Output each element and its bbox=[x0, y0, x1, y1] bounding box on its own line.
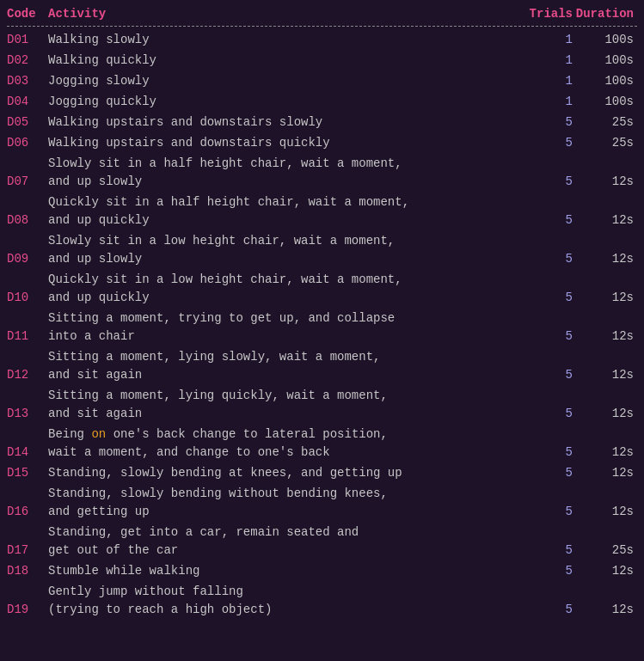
row-code: D18 bbox=[7, 562, 48, 580]
table-row: D02Walking quickly1100s bbox=[7, 51, 637, 70]
activity-line: and up slowly bbox=[48, 173, 521, 191]
table-row: D08Quickly sit in a half height chair, w… bbox=[7, 193, 637, 230]
row-code: D15 bbox=[7, 464, 48, 482]
table-row: D13Sitting a moment, lying quickly, wait… bbox=[7, 386, 637, 424]
activity-line: Walking upstairs and downstairs slowly bbox=[48, 113, 521, 132]
row-activity: Quickly sit in a low height chair, wait … bbox=[48, 271, 521, 307]
activity-line: Quickly sit in a low height chair, wait … bbox=[48, 271, 521, 289]
row-code: D08 bbox=[7, 211, 48, 230]
row-activity: Quickly sit in a half height chair, wait… bbox=[48, 193, 521, 230]
row-trials: 5 bbox=[521, 503, 573, 521]
row-code: D04 bbox=[7, 93, 48, 111]
row-trials: 5 bbox=[521, 542, 573, 560]
row-code: D12 bbox=[7, 366, 48, 384]
row-code: D10 bbox=[7, 289, 48, 307]
row-activity: Walking quickly bbox=[48, 52, 521, 70]
table-row: D03Jogging slowly1100s bbox=[7, 71, 637, 91]
row-duration: 12s bbox=[573, 327, 637, 346]
table-row: D17Standing, get into a car, remain seat… bbox=[7, 523, 637, 560]
activity-line: Gently jump without falling bbox=[48, 583, 521, 601]
row-activity: Sitting a moment, lying slowly, wait a m… bbox=[48, 348, 521, 384]
row-trials: 5 bbox=[521, 601, 573, 619]
row-code: D14 bbox=[7, 444, 48, 462]
row-activity: Being on one's back change to lateral po… bbox=[48, 425, 521, 462]
activity-line: Slowly sit in a half height chair, wait … bbox=[48, 155, 521, 173]
activity-line: Jogging slowly bbox=[48, 72, 521, 90]
row-trials: 5 bbox=[521, 366, 573, 384]
table-row: D18Stumble while walking512s bbox=[7, 561, 637, 581]
row-activity: Walking upstairs and downstairs quickly bbox=[48, 134, 521, 152]
header-code: Code bbox=[7, 7, 48, 21]
row-activity: Sitting a moment, trying to get up, and … bbox=[48, 309, 521, 346]
row-activity: Stumble while walking bbox=[48, 562, 521, 580]
row-activity: Standing, slowly bending at knees, and g… bbox=[48, 464, 521, 482]
table-row: D09Slowly sit in a low height chair, wai… bbox=[7, 231, 637, 269]
row-trials: 5 bbox=[521, 250, 573, 268]
row-duration: 12s bbox=[573, 173, 637, 191]
table-row: D01Walking slowly1100s bbox=[7, 30, 637, 50]
table-row: D07Slowly sit in a half height chair, wa… bbox=[7, 154, 637, 192]
row-code: D06 bbox=[7, 134, 48, 152]
activity-line: Standing, slowly bending at knees, and g… bbox=[48, 464, 521, 482]
table-row: D06Walking upstairs and downstairs quick… bbox=[7, 133, 637, 153]
activity-line: get out of the car bbox=[48, 542, 521, 560]
activity-line: and getting up bbox=[48, 503, 521, 521]
activity-line: Walking quickly bbox=[48, 52, 521, 70]
header-divider bbox=[7, 26, 637, 27]
row-duration: 12s bbox=[573, 289, 637, 307]
row-trials: 5 bbox=[521, 444, 573, 462]
activity-line: and sit again bbox=[48, 405, 521, 423]
table-row: D12Sitting a moment, lying slowly, wait … bbox=[7, 347, 637, 385]
row-activity: Gently jump without falling(trying to re… bbox=[48, 583, 521, 619]
header-activity: Activity bbox=[48, 7, 521, 21]
row-duration: 12s bbox=[573, 250, 637, 268]
row-trials: 1 bbox=[521, 31, 573, 49]
activity-line: Sitting a moment, lying quickly, wait a … bbox=[48, 387, 521, 405]
row-code: D02 bbox=[7, 52, 48, 70]
row-duration: 25s bbox=[573, 134, 637, 152]
table-row: D04Jogging quickly1100s bbox=[7, 92, 637, 112]
table-body: D01Walking slowly1100sD02Walking quickly… bbox=[7, 30, 637, 620]
activity-line: and up quickly bbox=[48, 289, 521, 307]
activity-line: Sitting a moment, lying slowly, wait a m… bbox=[48, 348, 521, 366]
row-code: D16 bbox=[7, 503, 48, 521]
row-activity: Jogging quickly bbox=[48, 93, 521, 111]
row-duration: 100s bbox=[573, 93, 637, 111]
row-code: D13 bbox=[7, 405, 48, 423]
activity-line: Jogging quickly bbox=[48, 93, 521, 111]
row-trials: 5 bbox=[521, 173, 573, 191]
activity-line: Stumble while walking bbox=[48, 562, 521, 580]
row-code: D11 bbox=[7, 327, 48, 346]
table-row: D10Quickly sit in a low height chair, wa… bbox=[7, 270, 637, 308]
table-row: D14Being on one's back change to lateral… bbox=[7, 425, 637, 462]
row-code: D07 bbox=[7, 173, 48, 191]
row-trials: 5 bbox=[521, 211, 573, 230]
row-code: D19 bbox=[7, 601, 48, 619]
header-trials: Trials bbox=[521, 7, 573, 21]
row-trials: 5 bbox=[521, 289, 573, 307]
activity-line: Standing, get into a car, remain seated … bbox=[48, 523, 521, 542]
activity-line: Slowly sit in a low height chair, wait a… bbox=[48, 232, 521, 250]
row-duration: 12s bbox=[573, 366, 637, 384]
row-activity: Sitting a moment, lying quickly, wait a … bbox=[48, 387, 521, 423]
row-trials: 5 bbox=[521, 113, 573, 132]
table-row: D16Standing, slowly bending without bend… bbox=[7, 484, 637, 522]
row-trials: 5 bbox=[521, 562, 573, 580]
header-duration: Duration bbox=[573, 7, 637, 21]
activity-line: Standing, slowly bending without bending… bbox=[48, 485, 521, 503]
row-activity: Walking upstairs and downstairs slowly bbox=[48, 113, 521, 132]
row-duration: 12s bbox=[573, 503, 637, 521]
row-duration: 12s bbox=[573, 562, 637, 580]
row-duration: 12s bbox=[573, 464, 637, 482]
row-duration: 25s bbox=[573, 542, 637, 560]
row-activity: Jogging slowly bbox=[48, 72, 521, 90]
row-code: D03 bbox=[7, 72, 48, 90]
activity-line: wait a moment, and change to one's back bbox=[48, 444, 521, 462]
table-row: D19Gently jump without falling(trying to… bbox=[7, 582, 637, 620]
table-row: D15Standing, slowly bending at knees, an… bbox=[7, 463, 637, 483]
row-duration: 12s bbox=[573, 601, 637, 619]
activity-line: (trying to reach a high object) bbox=[48, 601, 521, 619]
table-header: Code Activity Trials Duration bbox=[7, 3, 637, 24]
row-code: D17 bbox=[7, 542, 48, 560]
row-duration: 100s bbox=[573, 72, 637, 90]
